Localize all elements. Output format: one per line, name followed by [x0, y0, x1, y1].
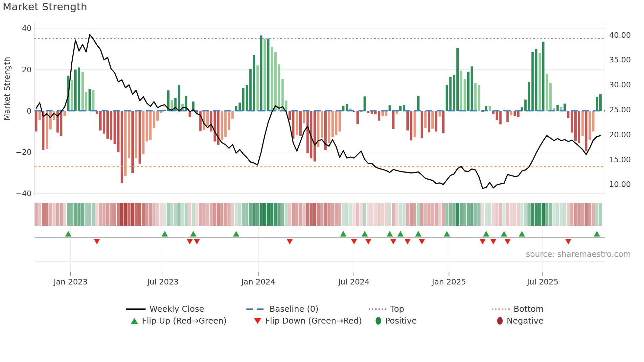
positive-bar — [542, 42, 544, 111]
negative-bar — [57, 111, 59, 133]
heatmap-cell — [349, 203, 352, 226]
heatmap-cell — [567, 203, 570, 226]
negative-bar — [63, 111, 66, 116]
negative-bar — [338, 111, 341, 132]
negative-bar — [114, 111, 116, 144]
negative-bar — [135, 111, 137, 159]
heatmap-cell — [545, 203, 549, 226]
negative-bar — [128, 111, 130, 159]
positive-bar — [456, 48, 459, 111]
negative-bar — [146, 111, 148, 142]
y-left-tick-label: 0 — [27, 107, 32, 115]
heatmap-cell — [135, 203, 138, 226]
heatmap-cell — [274, 203, 277, 226]
negative-bar — [517, 111, 519, 117]
x-tick-label: Jan 2023 — [53, 277, 88, 286]
heatmap-cell — [220, 203, 223, 226]
negative-bar — [514, 111, 516, 116]
positive-bar — [85, 92, 87, 111]
gridlines — [34, 23, 605, 196]
heatmap-cell — [320, 203, 324, 226]
negative-bar — [506, 111, 509, 123]
negative-bar — [110, 111, 112, 140]
heatmap-cell — [252, 203, 256, 226]
heatmap-cell — [49, 203, 52, 226]
heatmap-cell — [342, 203, 345, 226]
heatmap-cell — [410, 203, 413, 226]
heatmap-cell — [131, 203, 134, 226]
y-right-tick-label: 30.00 — [609, 80, 631, 89]
heatmap-cell — [224, 203, 227, 226]
positive-bar — [271, 47, 273, 111]
heatmap-cell — [499, 203, 502, 226]
heatmap-cell — [527, 203, 531, 226]
negative-bar — [435, 111, 437, 132]
x-tick-label: Jul 2025 — [526, 277, 559, 286]
negative-bar — [381, 111, 384, 116]
positive-bar — [446, 85, 448, 111]
heatmap-cell — [577, 203, 581, 226]
heatmap-cell — [92, 203, 95, 226]
negative-bar — [442, 111, 445, 133]
positive-bar — [489, 106, 491, 111]
heatmap-cell — [124, 203, 127, 226]
heatmap-cell — [310, 203, 313, 226]
heatmap-cell — [103, 203, 106, 226]
heatmap-cell — [520, 203, 524, 226]
negative-bar — [131, 111, 134, 173]
heatmap-cell — [395, 203, 399, 226]
page-title: Market Strength — [3, 1, 87, 12]
heatmap-cell — [435, 203, 438, 226]
positive-bar — [281, 79, 284, 111]
flip-up-marker — [594, 231, 600, 237]
heatmap-cell — [192, 203, 195, 226]
heatmap-cell — [78, 203, 81, 226]
heatmap-cell — [313, 203, 316, 226]
negative-bar — [149, 111, 151, 140]
y-right-tick-label: 10.00 — [609, 180, 631, 189]
heatmap-cell — [70, 203, 74, 226]
positive-bar — [564, 103, 566, 111]
negative-bar — [367, 111, 369, 113]
negative-bar — [335, 111, 337, 135]
positive-bar — [235, 106, 237, 111]
heatmap-cell — [145, 203, 149, 226]
flip-up-marker — [501, 231, 507, 237]
positive-bar — [253, 55, 255, 111]
heatmap-cell — [506, 203, 509, 226]
positive-bar — [560, 107, 562, 111]
negative-bar — [299, 111, 302, 136]
positive-bar — [256, 65, 259, 111]
heatmap-cell — [260, 203, 263, 226]
heatmap-cell — [245, 203, 249, 226]
heatmap-cell — [206, 203, 209, 226]
negative-bar — [231, 111, 234, 119]
flip-down-marker — [504, 239, 511, 244]
negative-bar — [296, 111, 298, 135]
heatmap-cell — [195, 203, 198, 226]
heatmap-cell — [106, 203, 109, 226]
heatmap-cell — [570, 203, 574, 226]
negative-bar — [378, 111, 380, 121]
positive-bar — [403, 105, 405, 111]
y-axis-label-right: Weekly Close Price — [569, 90, 644, 163]
source-credit: source: sharemaestro.com — [526, 250, 631, 259]
heatmap-cell — [217, 203, 220, 226]
heatmap-cell — [267, 203, 270, 226]
negative-bar — [392, 111, 394, 129]
positive-bar — [546, 74, 548, 111]
heatmap-cell — [249, 203, 252, 226]
heatmap-cell — [552, 203, 556, 226]
heatmap-cell — [538, 203, 541, 226]
heatmap-cell — [492, 203, 495, 226]
heatmap-cell — [363, 203, 366, 226]
flip-down-marker — [94, 239, 100, 244]
heatmap-cell — [306, 203, 309, 226]
positive-bar — [485, 106, 487, 111]
heatmap-cell — [474, 203, 477, 226]
heatmap-cell — [210, 203, 213, 226]
heatmap-cell — [185, 203, 188, 226]
heatmap-cell — [256, 203, 259, 226]
heatmap-cell — [263, 203, 266, 226]
heatmap-cell — [331, 203, 334, 226]
